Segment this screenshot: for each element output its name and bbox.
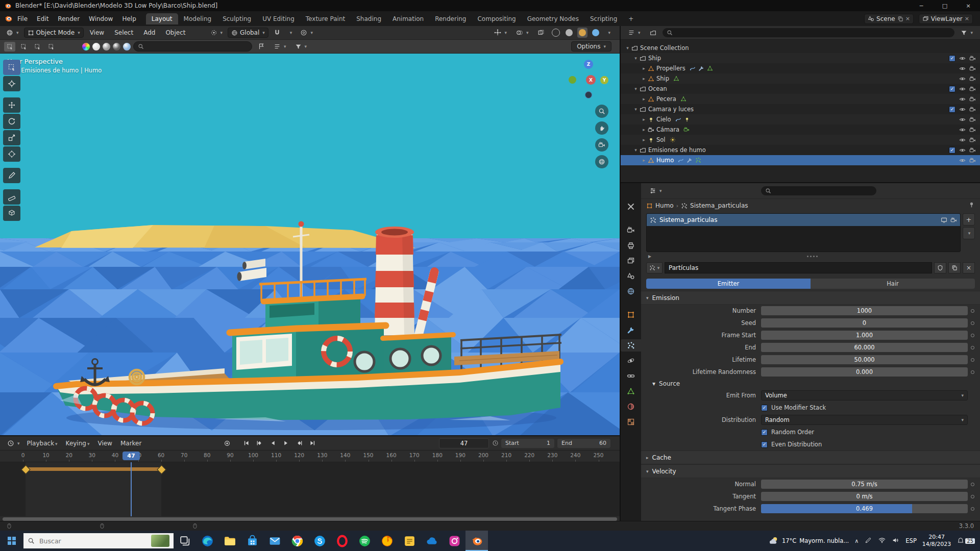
taskbar-app-firefox[interactable]: [376, 531, 398, 551]
menu-edit[interactable]: Edit: [32, 13, 53, 24]
tool-transform[interactable]: [3, 146, 20, 162]
minimize-button[interactable]: ─: [910, 0, 933, 11]
source-emit-from-dropdown[interactable]: Volume▾: [761, 390, 968, 400]
disable-render-icon[interactable]: [969, 96, 976, 103]
animate-dot[interactable]: [968, 370, 977, 374]
properties-tab-constraints[interactable]: [621, 370, 641, 382]
expander-icon[interactable]: ▾: [632, 86, 640, 91]
gizmo-axis-Z[interactable]: Z: [584, 60, 593, 69]
maximize-button[interactable]: □: [933, 0, 957, 11]
velocity-tangent-phase-field[interactable]: 0.469: [761, 504, 968, 513]
play-reverse-button[interactable]: [267, 439, 279, 448]
outliner-row-c-mara[interactable]: ▸Cámara: [621, 124, 980, 135]
taskbar-app-mail[interactable]: [263, 531, 286, 551]
panel-emission[interactable]: ▾Emission: [641, 291, 980, 305]
matcap-sphere-1[interactable]: [103, 43, 110, 51]
end-frame-field[interactable]: End60: [557, 439, 610, 448]
properties-tab-render[interactable]: [621, 224, 641, 236]
new-scene-icon[interactable]: [897, 16, 903, 22]
panel-velocity[interactable]: ▾Velocity: [641, 464, 980, 478]
expander-icon[interactable]: ▸: [640, 76, 648, 81]
3d-scene[interactable]: [0, 54, 620, 436]
orientation-dropdown[interactable]: Global▾: [228, 28, 268, 38]
viewlayer-selector[interactable]: ViewLayer×: [919, 14, 973, 24]
expander-icon[interactable]: ▸: [640, 117, 648, 122]
disable-render-icon[interactable]: [969, 127, 976, 133]
disable-render-icon[interactable]: [969, 65, 976, 72]
matcap-sphere-2[interactable]: [113, 43, 120, 51]
outliner-row-ocean[interactable]: ▾Ocean✓: [621, 84, 980, 94]
scrollbar-thumb[interactable]: [3, 517, 617, 521]
hide-viewport-icon[interactable]: [959, 86, 966, 92]
window-titlebar[interactable]: Blender* [E:\David\Blender\Modelo 3D Low…: [0, 0, 980, 11]
select-mode-intersect[interactable]: [45, 42, 57, 52]
expander-icon[interactable]: ▸: [640, 137, 648, 142]
taskbar-app-opera[interactable]: [331, 531, 353, 551]
object-breadcrumb-icon[interactable]: [646, 203, 653, 209]
notification-button[interactable]: 25: [957, 537, 975, 545]
current-frame-field[interactable]: 47: [439, 438, 489, 448]
shading-material-button[interactable]: [577, 28, 587, 38]
properties-tab-scene[interactable]: [621, 270, 641, 282]
timeline-tracks[interactable]: [0, 462, 620, 516]
properties-tab-world[interactable]: [621, 285, 641, 297]
tool-move[interactable]: [3, 97, 20, 113]
timeline-menu-view[interactable]: View: [93, 438, 116, 448]
expander-icon[interactable]: ▾: [632, 107, 640, 112]
hide-viewport-icon[interactable]: [959, 127, 966, 133]
playhead-line[interactable]: [131, 462, 132, 516]
workspace-tab-+[interactable]: +: [623, 13, 639, 24]
play-button[interactable]: [280, 439, 292, 448]
tool-measure[interactable]: [3, 189, 20, 205]
taskbar-search[interactable]: [23, 533, 174, 548]
outliner-row-propellers[interactable]: ▸Propellers: [621, 63, 980, 73]
matcap-sphere-3[interactable]: [123, 43, 131, 51]
search-input[interactable]: [38, 537, 148, 545]
animate-dot[interactable]: [968, 309, 977, 313]
taskbar-app-notes[interactable]: [398, 531, 421, 551]
datablock-browse-button[interactable]: ▾: [646, 262, 663, 273]
slot-specials-button[interactable]: ▾: [963, 227, 975, 239]
emission-number-field[interactable]: 1000: [761, 306, 968, 315]
nav-camera-button[interactable]: [595, 138, 608, 152]
render-display-icon[interactable]: [950, 217, 957, 223]
disable-render-icon[interactable]: [969, 86, 976, 92]
properties-tab-particles[interactable]: [621, 339, 641, 352]
outliner-row-camara-y-luces[interactable]: ▾Camara y luces✓: [621, 104, 980, 114]
expander-icon[interactable]: ▾: [624, 45, 631, 51]
exclude-checkbox[interactable]: ✓: [949, 55, 955, 62]
properties-tab-object-data[interactable]: [621, 385, 641, 397]
emission-seed-field[interactable]: 0: [761, 318, 968, 328]
taskbar-app-skype[interactable]: [308, 531, 331, 551]
exclude-checkbox[interactable]: ✓: [949, 86, 955, 92]
taskbar-app-blender[interactable]: [465, 531, 488, 551]
workspace-tab-shading[interactable]: Shading: [351, 13, 387, 24]
particle-system-slot[interactable]: Sistema_particulas: [647, 214, 960, 226]
disable-render-icon[interactable]: [969, 116, 976, 123]
shading-solid-button[interactable]: [564, 28, 574, 38]
animate-dot[interactable]: [968, 358, 977, 362]
nav-pan-button[interactable]: [595, 121, 608, 135]
weather-widget[interactable]: 17°CMayorm. nubla...: [769, 536, 849, 546]
properties-tab-physics[interactable]: [621, 355, 641, 367]
datablock-name-field[interactable]: Partículas: [665, 262, 932, 273]
unlink-datablock-button[interactable]: ×: [963, 262, 975, 273]
outliner-display-mode[interactable]: [647, 29, 659, 37]
language-indicator[interactable]: ESP: [905, 537, 917, 544]
viewport-menu-view[interactable]: View: [86, 28, 108, 38]
list-dropdown[interactable]: ▾: [271, 42, 289, 51]
properties-tab-output[interactable]: [621, 239, 641, 252]
shading-dropdown[interactable]: ▾: [604, 29, 614, 36]
outliner-filter[interactable]: ▾: [958, 29, 976, 37]
emission-frame-start-field[interactable]: 1.000: [761, 331, 968, 340]
workspace-tab-modeling[interactable]: Modeling: [178, 13, 217, 24]
disable-render-icon[interactable]: [969, 147, 976, 154]
gizmo-axis-Y[interactable]: Y: [600, 76, 608, 84]
proportional-editing-toggle[interactable]: ▾: [297, 28, 316, 37]
shading-wireframe-button[interactable]: [551, 28, 561, 38]
filter-dropdown[interactable]: ▾: [292, 42, 310, 51]
exclude-checkbox[interactable]: ✓: [949, 106, 955, 113]
viewport-display-icon[interactable]: [941, 217, 947, 223]
properties-tab-material[interactable]: [621, 400, 641, 413]
workspace-tab-rendering[interactable]: Rendering: [429, 13, 472, 24]
